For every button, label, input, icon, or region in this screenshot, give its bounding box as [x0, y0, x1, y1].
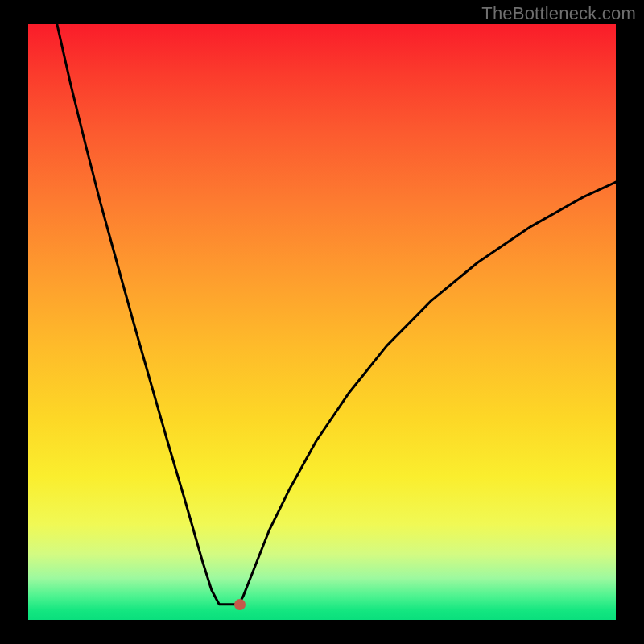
- curve-path: [57, 24, 616, 605]
- minimum-marker-dot: [234, 599, 246, 610]
- chart-frame: TheBottleneck.com: [0, 0, 644, 644]
- plot-area: [28, 24, 616, 620]
- watermark-text: TheBottleneck.com: [481, 3, 636, 24]
- bottleneck-curve: [28, 24, 616, 620]
